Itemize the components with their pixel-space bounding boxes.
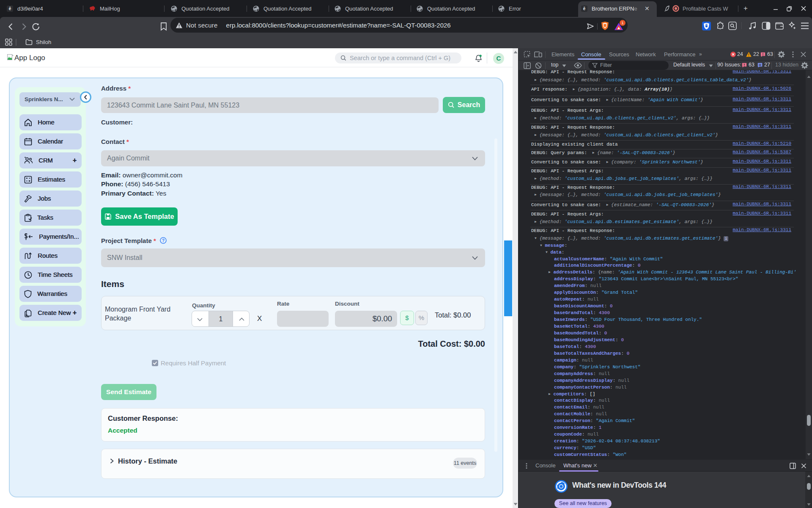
svg-text:?: ? [162, 238, 165, 243]
